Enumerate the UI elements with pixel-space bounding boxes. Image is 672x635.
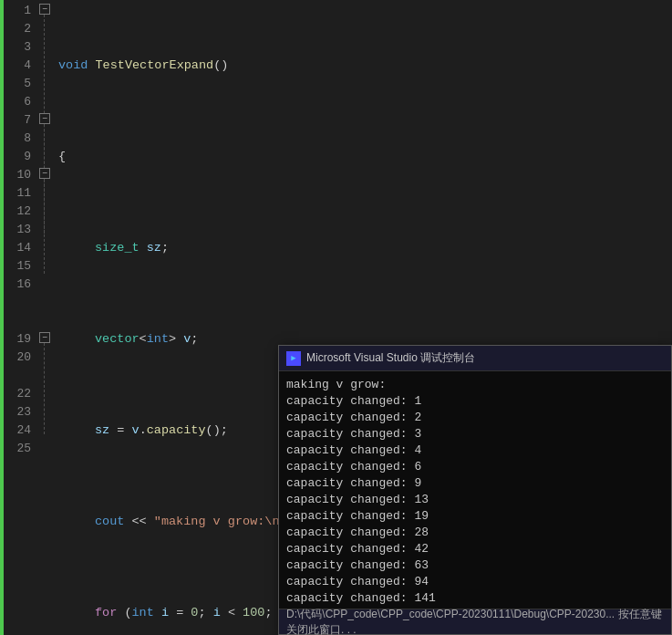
console-title: Microsoft Visual Studio 调试控制台 [306, 350, 475, 366]
collapse-btn-19[interactable]: − [39, 332, 50, 343]
console-titlebar: ▶ Microsoft Visual Studio 调试控制台 [279, 346, 671, 371]
code-line-1: void TestVectorExpand () [58, 57, 672, 75]
console-output-line: capacity changed: 13 [286, 492, 664, 508]
coverage-bar [0, 0, 4, 635]
console-output-line: capacity changed: 2 [286, 410, 664, 426]
console-app-icon: ▶ [286, 351, 301, 366]
console-output-line: capacity changed: 4 [286, 442, 664, 459]
code-editor: 1 2 3 4 5 6 7 8 9 10 11 12 13 14 15 16 1… [0, 0, 672, 635]
line-numbers: 1 2 3 4 5 6 7 8 9 10 11 12 13 14 15 16 1… [4, 0, 36, 635]
console-output-line: capacity changed: 42 [286, 541, 664, 557]
collapse-line-10 [44, 179, 45, 234]
console-output-line: capacity changed: 1 [286, 393, 664, 410]
collapse-line-19 [44, 343, 45, 434]
console-output-line: capacity changed: 19 [286, 508, 664, 525]
console-footer-path: D:\代码\CPP_code\CPP_code\CPP-20230111\Deb… [286, 607, 664, 636]
keyword-void: void [58, 57, 88, 75]
console-output-line: capacity changed: 94 [286, 574, 664, 590]
console-window: ▶ Microsoft Visual Studio 调试控制台 making v… [278, 345, 672, 635]
collapse-btn-10[interactable]: − [39, 168, 50, 179]
code-line-3: size_t sz ; [58, 239, 672, 257]
func-name: TestVectorExpand [96, 57, 214, 75]
console-output-line: capacity changed: 6 [286, 459, 664, 475]
code-line-2: { [58, 148, 672, 166]
console-output-line: capacity changed: 63 [286, 557, 664, 574]
console-footer: D:\代码\CPP_code\CPP_code\CPP-20230111\Deb… [279, 609, 671, 634]
console-output-line: capacity changed: 3 [286, 426, 664, 442]
collapse-btn-7[interactable]: − [39, 113, 50, 124]
console-output-line: capacity changed: 141 [286, 590, 664, 607]
collapse-btn-1[interactable]: − [39, 4, 50, 15]
collapse-column: − − − − [36, 0, 55, 635]
console-output-line: making v grow: [286, 377, 664, 393]
console-output: making v grow:capacity changed: 1capacit… [279, 371, 671, 609]
console-output-line: capacity changed: 9 [286, 475, 664, 492]
console-output-line: capacity changed: 28 [286, 525, 664, 541]
